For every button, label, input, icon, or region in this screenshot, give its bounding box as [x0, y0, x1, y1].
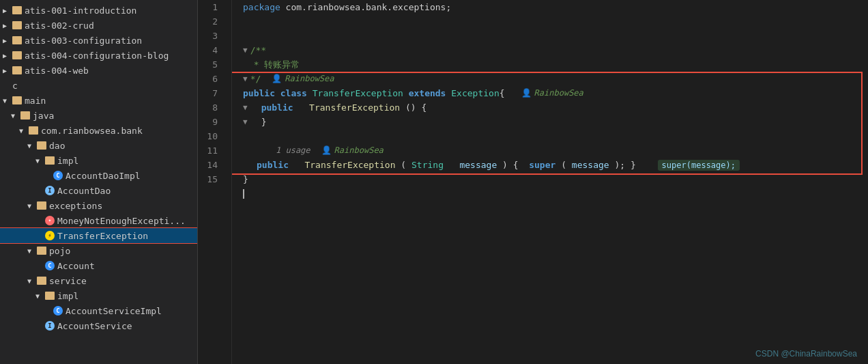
- code-line-9: ▼ }: [243, 115, 868, 129]
- line-num-9: 9: [198, 115, 223, 129]
- line-num-1: 1: [198, 0, 223, 14]
- src-label: c: [12, 81, 18, 91]
- sidebar-item-label: atis-001-introduction: [25, 5, 136, 16]
- sidebar-item-label: atis-004-configuration-blog: [25, 51, 169, 61]
- sidebar-item-label: impl: [57, 291, 78, 301]
- line-num-10: 10: [198, 129, 223, 143]
- line-num-6: 6: [198, 72, 223, 86]
- chevron-down-icon: ▼: [27, 247, 35, 255]
- folder-icon: [37, 277, 46, 285]
- code-content[interactable]: package com.rianbowsea.bank.exceptions; …: [232, 0, 868, 364]
- folder-icon: [45, 292, 55, 300]
- chevron-down-icon: ▼: [3, 97, 11, 104]
- sidebar-item-pojo[interactable]: ▼ pojo: [0, 243, 197, 258]
- sidebar-item-account[interactable]: C Account: [0, 258, 197, 273]
- line-num-11: 11: [198, 143, 223, 158]
- sidebar-item-transfer-exception[interactable]: ⚡ TransferException: [0, 228, 197, 243]
- usage-hint-row: 1 usage 👤 RainbowSea: [243, 143, 868, 158]
- chevron-down-icon: ▼: [27, 277, 35, 285]
- sidebar-item-label: impl: [57, 156, 78, 166]
- sidebar-item-atis002[interactable]: ▶ atis-002-crud: [0, 18, 197, 33]
- fold-button-6[interactable]: ▼: [243, 72, 248, 86]
- chevron-right-icon: ▶: [3, 7, 11, 14]
- chevron-down-icon: ▼: [35, 292, 44, 300]
- file-tree[interactable]: ▶ atis-001-introduction ▶ atis-002-crud …: [0, 0, 198, 364]
- sidebar-item-label: atis-002-crud: [25, 20, 94, 31]
- sidebar-item-dao-impl[interactable]: ▼ impl: [0, 153, 197, 168]
- code-line-7: public class TransferException extends E…: [243, 86, 868, 100]
- sidebar-item-atis003[interactable]: ▶ atis-003-configuration: [0, 33, 197, 48]
- sidebar-item-java[interactable]: ▼ java: [0, 108, 197, 123]
- sidebar-item-account-dao-impl[interactable]: C AccountDaoImpl: [0, 168, 197, 183]
- sidebar-item-label: AccountDaoImpl: [66, 171, 141, 181]
- folder-icon: [29, 126, 38, 135]
- sidebar-item-money-not-enough[interactable]: ✦ MoneyNotEnoughExcepti...: [0, 213, 197, 228]
- author-hint-1: 👤 RainbowSea: [272, 72, 334, 86]
- chevron-right-icon: ▶: [3, 67, 11, 74]
- code-line-1: package com.rianbowsea.bank.exceptions;: [243, 0, 868, 14]
- code-line-4: ▼ /**: [243, 43, 868, 57]
- sidebar-item-com-rianbowsea[interactable]: ▼ com.rianbowsea.bank: [0, 123, 197, 138]
- sidebar-item-label: java: [33, 111, 54, 121]
- sidebar-item-atis001[interactable]: ▶ atis-001-introduction: [0, 3, 197, 18]
- sidebar-item-label: MoneyNotEnoughExcepti...: [57, 216, 186, 226]
- code-line-11: public TransferException ( String messag…: [243, 158, 868, 172]
- sidebar-item-label: AccountServiceImpl: [66, 306, 162, 316]
- folder-icon: [12, 66, 22, 74]
- code-line-5: * 转账异常: [243, 57, 868, 72]
- folder-icon: [12, 21, 22, 29]
- folder-icon: [12, 6, 22, 14]
- transfer-icon: ⚡: [45, 231, 55, 240]
- sidebar-item-label: Account: [57, 261, 95, 271]
- watermark: CSDN @ChinaRainbowSea: [755, 349, 857, 359]
- chevron-right-icon: ▶: [3, 22, 11, 29]
- folder-icon: [37, 247, 46, 255]
- chevron-down-icon: ▼: [27, 142, 35, 150]
- sidebar-item-label: AccountDao: [57, 186, 111, 196]
- code-line-8: ▼ public TransferException () {: [243, 100, 868, 115]
- class-c-icon: C: [53, 171, 63, 180]
- sidebar-item-main[interactable]: ▼ main: [0, 93, 197, 108]
- interface-i-icon: I: [45, 321, 55, 331]
- folder-icon: [45, 156, 55, 165]
- sidebar-item-label: service: [49, 276, 87, 286]
- sidebar-item-service[interactable]: ▼ service: [0, 273, 197, 288]
- code-line-3: [243, 29, 868, 43]
- chevron-right-icon: ▶: [3, 37, 11, 44]
- code-line-2: [243, 14, 868, 29]
- sidebar-item-label: pojo: [49, 246, 70, 256]
- fold-button-8[interactable]: ▼: [243, 100, 248, 115]
- line-num-4: 4: [198, 43, 223, 57]
- super-badge: super(message);: [658, 160, 740, 171]
- sidebar-item-label: com.rianbowsea.bank: [41, 126, 143, 136]
- chevron-down-icon: ▼: [27, 202, 35, 210]
- sidebar-item-dao[interactable]: ▼ dao: [0, 138, 197, 153]
- chevron-right-icon: ▶: [3, 52, 11, 59]
- sidebar-item-label: exceptions: [49, 201, 102, 211]
- sidebar-item-label: dao: [49, 141, 65, 151]
- folder-icon: [12, 36, 22, 44]
- sidebar-item-service-impl[interactable]: ▼ impl: [0, 288, 197, 303]
- chevron-down-icon: ▼: [19, 127, 27, 135]
- line-num-15: 15: [198, 172, 223, 186]
- sidebar-item-account-service[interactable]: I AccountService: [0, 318, 197, 333]
- sidebar-item-account-dao[interactable]: I AccountDao: [0, 183, 197, 198]
- sidebar-item-label: main: [25, 96, 46, 106]
- sidebar-item-atis004-web[interactable]: ▶ atis-004-web: [0, 63, 197, 78]
- interface-i-icon: I: [45, 186, 55, 195]
- editor-panel: 1 2 3 4 5 6 7 8 9 10 11 14 15 package co…: [198, 0, 868, 364]
- folder-icon: [20, 111, 30, 120]
- chevron-down-icon: ▼: [11, 112, 19, 120]
- folder-icon: [37, 141, 46, 150]
- folder-icon: [37, 201, 46, 210]
- sidebar-item-label: TransferException: [57, 231, 148, 241]
- sidebar-item-atis004-blog[interactable]: ▶ atis-004-configuration-blog: [0, 48, 197, 63]
- sidebar-item-exceptions[interactable]: ▼ exceptions: [0, 198, 197, 213]
- class-c-icon: C: [45, 261, 55, 270]
- sidebar-item-account-service-impl[interactable]: C AccountServiceImpl: [0, 303, 197, 318]
- sidebar-item-src[interactable]: c: [0, 78, 197, 93]
- fold-button-4[interactable]: ▼: [243, 43, 248, 57]
- code-line-15: [243, 186, 868, 201]
- author-hint-3: 👤 RainbowSea: [321, 143, 384, 158]
- fold-button-9[interactable]: ▼: [243, 115, 248, 129]
